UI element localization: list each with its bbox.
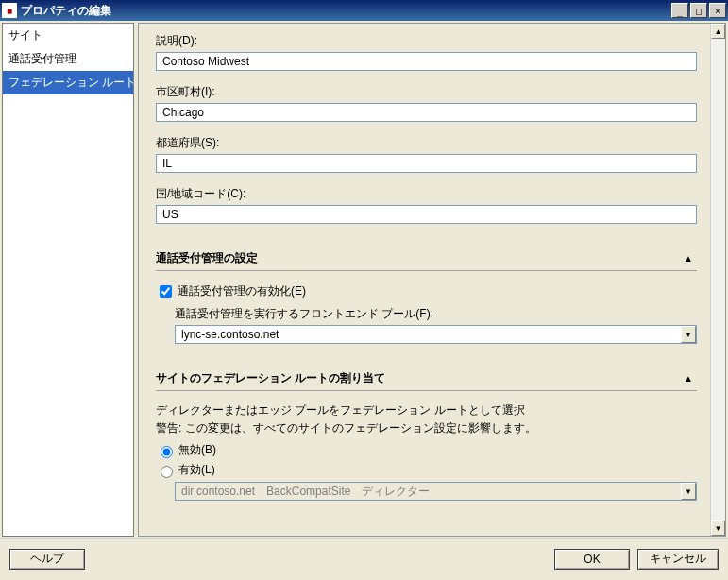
sidebar-item-label: フェデレーション ルート xyxy=(8,76,134,89)
window-title: プロパティの編集 xyxy=(21,3,669,19)
scroll-track[interactable] xyxy=(711,39,725,520)
city-label: 市区町村(I): xyxy=(156,84,697,100)
sidebar-item-site[interactable]: サイト xyxy=(3,24,133,47)
country-label: 国/地域コード(C): xyxy=(156,186,697,202)
cancel-button[interactable]: キャンセル xyxy=(637,549,719,570)
sidebar-item-label: サイト xyxy=(8,28,42,42)
cac-section-label: 通話受付管理の設定 xyxy=(156,250,258,266)
fed-disabled-radio[interactable] xyxy=(161,446,173,458)
fed-route-combo xyxy=(175,482,697,501)
section-divider xyxy=(156,270,697,271)
cac-pool-label: 通話受付管理を実行するフロントエンド プール(F): xyxy=(175,306,697,322)
content-panel: 説明(D): 市区町村(I): 都道府県(S): 国/地域コード(C): 通話受… xyxy=(138,23,726,537)
ok-button[interactable]: OK xyxy=(554,549,630,570)
cac-section-header[interactable]: 通話受付管理の設定 ▲ xyxy=(156,250,697,266)
cac-enable-checkbox[interactable] xyxy=(160,285,172,298)
country-input[interactable] xyxy=(156,205,697,224)
sidebar-item-federation-route[interactable]: フェデレーション ルート xyxy=(3,71,133,94)
app-icon: ■ xyxy=(2,3,17,18)
sidebar: サイト 通話受付管理 フェデレーション ルート xyxy=(2,23,134,537)
fed-hint-text: ディレクターまたはエッジ プールをフェデレーション ルートとして選択 xyxy=(156,402,697,418)
title-bar: ■ プロパティの編集 _ □ × xyxy=(0,0,728,21)
help-button[interactable]: ヘルプ xyxy=(9,549,85,570)
cac-enable-label: 通話受付管理の有効化(E) xyxy=(178,283,306,299)
close-button[interactable]: × xyxy=(709,3,726,18)
dropdown-icon: ▼ xyxy=(681,483,696,500)
section-divider xyxy=(156,390,697,391)
sidebar-item-cac[interactable]: 通話受付管理 xyxy=(3,47,133,71)
main-area: サイト 通話受付管理 フェデレーション ルート 説明(D): 市区町村(I): … xyxy=(0,21,728,538)
cac-pool-combo[interactable] xyxy=(175,325,697,344)
footer-bar: ヘルプ OK キャンセル xyxy=(0,538,728,578)
state-label: 都道府県(S): xyxy=(156,135,697,151)
collapse-up-icon: ▲ xyxy=(684,253,693,264)
fed-section-label: サイトのフェデレーション ルートの割り当て xyxy=(156,370,385,386)
minimize-button[interactable]: _ xyxy=(671,3,688,18)
fed-section-header[interactable]: サイトのフェデレーション ルートの割り当て ▲ xyxy=(156,370,697,386)
scroll-down-icon[interactable]: ▼ xyxy=(711,520,725,536)
fed-disabled-label: 無効(B) xyxy=(178,442,216,458)
city-input[interactable] xyxy=(156,103,697,122)
state-input[interactable] xyxy=(156,154,697,173)
fed-warning-text: 警告: この変更は、すべてのサイトのフェデレーション設定に影響します。 xyxy=(156,420,697,436)
dropdown-icon[interactable]: ▼ xyxy=(681,326,696,343)
fed-enabled-radio[interactable] xyxy=(161,466,173,478)
sidebar-item-label: 通話受付管理 xyxy=(8,52,76,65)
description-input[interactable] xyxy=(156,52,697,71)
vertical-scrollbar[interactable]: ▲ ▼ xyxy=(710,24,725,536)
collapse-up-icon: ▲ xyxy=(684,373,693,384)
fed-enabled-label: 有効(L) xyxy=(178,462,215,478)
scroll-up-icon[interactable]: ▲ xyxy=(711,24,725,39)
description-label: 説明(D): xyxy=(156,33,697,49)
maximize-button[interactable]: □ xyxy=(690,3,707,18)
